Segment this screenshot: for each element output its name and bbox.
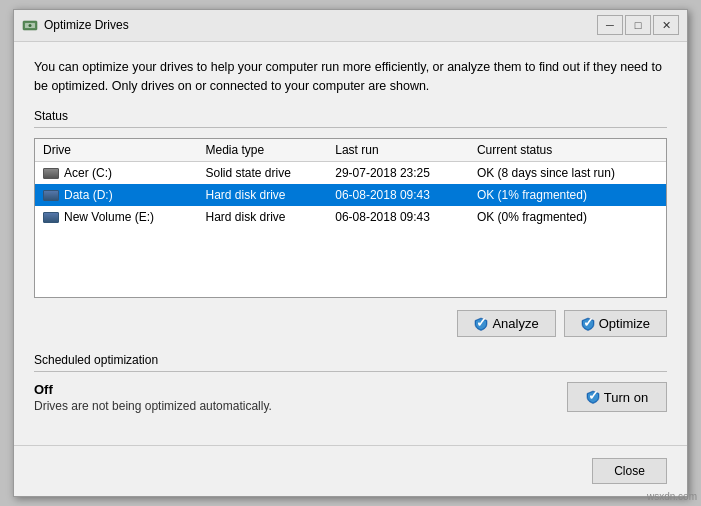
analyze-shield-icon: ✓: [474, 317, 488, 331]
last-run-cell: 06-08-2018 09:43: [327, 206, 469, 228]
table-header-row: Drive Media type Last run Current status: [35, 139, 666, 162]
status-cell: OK (1% fragmented): [469, 184, 666, 206]
scheduled-row: Off Drives are not being optimized autom…: [34, 382, 667, 413]
svg-text:✓: ✓: [476, 317, 487, 330]
status-cell: OK (0% fragmented): [469, 206, 666, 228]
window-controls: ─ □ ✕: [597, 15, 679, 35]
svg-text:✓: ✓: [582, 317, 593, 330]
turn-on-button[interactable]: ✓ Turn on: [567, 382, 667, 412]
col-current-status: Current status: [469, 139, 666, 162]
status-cell: OK (8 days since last run): [469, 162, 666, 185]
col-media-type: Media type: [198, 139, 328, 162]
optimize-button[interactable]: ✓ Optimize: [564, 310, 667, 337]
title-bar: Optimize Drives ─ □ ✕: [14, 10, 687, 42]
scheduled-divider: [34, 371, 667, 372]
svg-text:✓: ✓: [587, 390, 598, 403]
description-text: You can optimize your drives to help you…: [34, 58, 667, 96]
media-type-cell: Solid state drive: [198, 162, 328, 185]
svg-point-2: [29, 24, 32, 27]
status-divider: [34, 127, 667, 128]
optimize-label: Optimize: [599, 316, 650, 331]
analyze-label: Analyze: [492, 316, 538, 331]
footer: Close: [14, 445, 687, 496]
last-run-cell: 06-08-2018 09:43: [327, 184, 469, 206]
turn-on-shield-icon: ✓: [586, 390, 600, 404]
close-dialog-button[interactable]: Close: [592, 458, 667, 484]
drives-table: Drive Media type Last run Current status…: [35, 139, 666, 228]
col-drive: Drive: [35, 139, 198, 162]
scheduled-section-label: Scheduled optimization: [34, 353, 667, 367]
main-window: Optimize Drives ─ □ ✕ You can optimize y…: [13, 9, 688, 498]
turn-on-label: Turn on: [604, 390, 648, 405]
watermark: wsxdn.com: [647, 491, 697, 502]
close-window-button[interactable]: ✕: [653, 15, 679, 35]
table-row[interactable]: Data (D:)Hard disk drive06-08-2018 09:43…: [35, 184, 666, 206]
scheduled-description: Drives are not being optimized automatic…: [34, 399, 567, 413]
drive-cell: New Volume (E:): [35, 206, 198, 228]
col-last-run: Last run: [327, 139, 469, 162]
last-run-cell: 29-07-2018 23:25: [327, 162, 469, 185]
drive-cell: Acer (C:): [35, 162, 198, 185]
action-buttons: ✓ Analyze ✓ Optimize: [34, 310, 667, 337]
drives-table-container: Drive Media type Last run Current status…: [34, 138, 667, 298]
optimize-shield-icon: ✓: [581, 317, 595, 331]
scheduled-status: Off: [34, 382, 567, 397]
drive-cell: Data (D:): [35, 184, 198, 206]
media-type-cell: Hard disk drive: [198, 184, 328, 206]
analyze-button[interactable]: ✓ Analyze: [457, 310, 555, 337]
restore-button[interactable]: □: [625, 15, 651, 35]
status-section-label: Status: [34, 109, 667, 123]
minimize-button[interactable]: ─: [597, 15, 623, 35]
table-row[interactable]: Acer (C:)Solid state drive29-07-2018 23:…: [35, 162, 666, 185]
scheduled-info: Off Drives are not being optimized autom…: [34, 382, 567, 413]
window-title: Optimize Drives: [44, 18, 597, 32]
window-icon: [22, 17, 38, 33]
scheduled-section: Scheduled optimization Off Drives are no…: [34, 353, 667, 413]
media-type-cell: Hard disk drive: [198, 206, 328, 228]
table-row[interactable]: New Volume (E:)Hard disk drive06-08-2018…: [35, 206, 666, 228]
window-content: You can optimize your drives to help you…: [14, 42, 687, 446]
